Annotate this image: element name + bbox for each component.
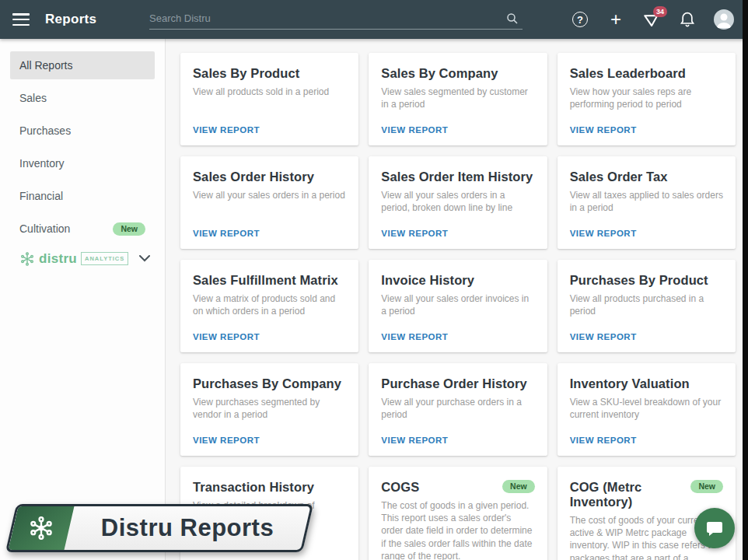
report-description: View purchases segmented by vendor in a … [193, 396, 346, 421]
search-bar[interactable] [149, 8, 523, 30]
new-badge: New [113, 222, 145, 236]
report-card[interactable]: Sales Order History View all your sales … [180, 156, 358, 249]
sidebar-item-label: Inventory [19, 157, 65, 170]
report-description: View how your sales reps are performing … [570, 86, 723, 110]
report-title: Sales By Company [381, 66, 498, 81]
sidebar-item-purchases[interactable]: Purchases [10, 117, 155, 145]
view-report-link[interactable]: VIEW REPORT [381, 332, 534, 341]
plus-icon: + [610, 10, 621, 29]
page-title: Reports [45, 12, 96, 27]
report-title: Sales Order Tax [570, 170, 668, 184]
report-card[interactable]: Sales Fulfillment Matrix View a matrix o… [180, 260, 358, 352]
sidebar-item-label: All Reports [19, 59, 72, 72]
brand-suffix: ANALYTICS [81, 252, 128, 265]
report-title: COG (Metrc Inventory) [570, 480, 687, 509]
report-card[interactable]: Inventory Valuation View a SKU-level bre… [558, 363, 736, 456]
report-title: Sales Leaderboard [570, 66, 686, 81]
view-report-link[interactable]: VIEW REPORT [193, 229, 346, 238]
distru-flower-icon [19, 251, 35, 267]
add-button[interactable]: + [606, 10, 625, 29]
report-card[interactable]: Purchases By Company View purchases segm… [180, 363, 358, 456]
report-title: Sales Order History [193, 170, 314, 184]
sidebar-item-financial[interactable]: Financial [10, 182, 155, 210]
report-description: View all your sales orders in a period [193, 189, 346, 201]
report-card[interactable]: COGS New The cost of goods in a given pe… [369, 467, 547, 560]
sidebar: All Reports Sales Purchases Inventory Fi… [0, 39, 166, 560]
search-icon[interactable] [505, 12, 519, 26]
report-description: View a SKU-level breakdown of your curre… [570, 396, 723, 421]
help-button[interactable]: ? [571, 10, 589, 29]
sync-status-button[interactable]: 34 [642, 10, 661, 29]
view-report-link[interactable]: VIEW REPORT [570, 125, 723, 135]
view-report-link[interactable]: VIEW REPORT [570, 229, 723, 238]
sidebar-item-label: Purchases [19, 124, 71, 137]
bell-icon [680, 11, 695, 28]
top-bar: Reports ? + 34 [0, 0, 748, 39]
report-description: The cost of goods in a given period. Thi… [381, 499, 534, 560]
report-title: COGS [381, 480, 419, 495]
sidebar-item-inventory[interactable]: Inventory [10, 149, 155, 177]
report-description: View all your sales order invoices in a … [381, 292, 534, 317]
report-description: View all products sold in a period [193, 86, 346, 98]
banner-title: Distru Reports [69, 506, 306, 550]
brand-wordmark: distru [39, 251, 77, 267]
view-report-link[interactable]: VIEW REPORT [193, 436, 346, 445]
distru-reports-banner: Distru Reports [5, 504, 313, 552]
person-icon [714, 9, 734, 30]
report-title: Invoice History [381, 273, 474, 288]
report-description: View all taxes applied to sales orders i… [570, 189, 723, 214]
sidebar-item-cultivation[interactable]: Cultivation New [10, 215, 155, 243]
sidebar-item-label: Financial [19, 190, 63, 202]
report-title: Sales Order Item History [381, 170, 533, 184]
report-description: View all your sales orders in a period, … [381, 189, 534, 214]
report-card[interactable]: Invoice History View all your sales orde… [369, 260, 547, 352]
distru-analytics-logo[interactable]: distru ANALYTICS [19, 251, 155, 267]
chat-button[interactable] [694, 508, 735, 548]
chevron-down-icon[interactable] [139, 255, 150, 262]
report-title: Purchases By Company [193, 376, 341, 391]
view-report-link[interactable]: VIEW REPORT [381, 229, 534, 238]
report-title: Purchases By Product [570, 273, 708, 288]
report-title: Sales Fulfillment Matrix [193, 273, 338, 288]
report-description: View a matrix of products sold and on wh… [193, 292, 346, 317]
search-input[interactable] [149, 12, 505, 24]
sidebar-item-all-reports[interactable]: All Reports [10, 51, 155, 79]
report-description: View all products purchased in a period [570, 292, 723, 317]
report-card[interactable]: Sales Order Tax View all taxes applied t… [558, 156, 736, 249]
user-avatar[interactable] [714, 9, 734, 30]
report-card[interactable]: Purchases By Product View all products p… [558, 260, 736, 352]
view-report-link[interactable]: VIEW REPORT [193, 125, 346, 135]
report-description: View sales segmented by customer in a pe… [381, 86, 534, 110]
report-card[interactable]: Sales By Product View all products sold … [180, 53, 358, 145]
menu-icon[interactable] [12, 13, 30, 26]
report-card[interactable]: Sales Leaderboard View how your sales re… [558, 53, 736, 145]
report-card[interactable]: Sales By Company View sales segmented by… [369, 53, 547, 145]
report-title: Purchase Order History [381, 376, 526, 391]
report-description: View all your purchase orders in a perio… [381, 396, 534, 421]
view-report-link[interactable]: VIEW REPORT [570, 332, 723, 341]
new-badge: New [502, 480, 535, 493]
screen-edge-strip [743, 0, 748, 560]
banner-logo-section [9, 506, 75, 550]
sidebar-item-label: Sales [19, 92, 47, 104]
sidebar-item-label: Cultivation [19, 222, 70, 235]
view-report-link[interactable]: VIEW REPORT [193, 332, 346, 341]
help-icon: ? [572, 12, 588, 27]
notification-count-badge: 34 [653, 6, 667, 17]
report-title: Inventory Valuation [570, 376, 690, 391]
reports-grid: Sales By Product View all products sold … [166, 39, 748, 560]
new-badge: New [690, 480, 723, 493]
report-title: Transaction History [193, 480, 314, 495]
view-report-link[interactable]: VIEW REPORT [570, 436, 723, 445]
distru-flower-icon [28, 515, 54, 541]
chat-bubble-icon [705, 519, 724, 537]
report-title: Sales By Product [193, 66, 299, 81]
view-report-link[interactable]: VIEW REPORT [381, 436, 534, 445]
sidebar-item-sales[interactable]: Sales [10, 84, 155, 112]
report-card[interactable]: Sales Order Item History View all your s… [369, 156, 547, 249]
view-report-link[interactable]: VIEW REPORT [381, 125, 534, 135]
notifications-button[interactable] [678, 10, 697, 29]
report-card[interactable]: Purchase Order History View all your pur… [369, 363, 547, 456]
